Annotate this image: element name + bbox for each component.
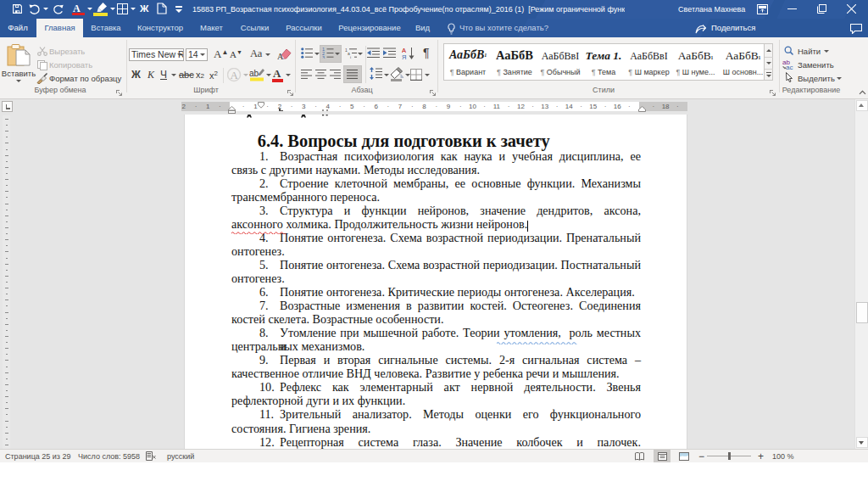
svg-text:A: A (231, 69, 239, 81)
svg-text:ac: ac (786, 64, 793, 70)
svg-text:A: A (277, 52, 284, 60)
svg-text:3: 3 (322, 55, 325, 59)
svg-text:i: i (350, 55, 351, 59)
svg-text:Я: Я (402, 53, 406, 59)
svg-text:ab: ab (249, 69, 259, 78)
